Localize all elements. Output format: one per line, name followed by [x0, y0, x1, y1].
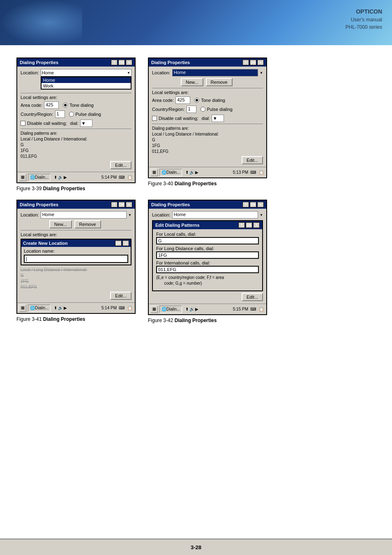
start-btn-41[interactable]: ⊞: [19, 304, 26, 312]
tone-radio-39[interactable]: Tone dialing: [63, 103, 94, 108]
taskbar-copy-40[interactable]: 📋: [258, 169, 265, 176]
tone-radio-40[interactable]: Tone dialing: [194, 98, 225, 103]
location-input-40[interactable]: Home: [172, 69, 258, 76]
start-btn-39[interactable]: ⊞: [19, 174, 26, 181]
help-button-42[interactable]: ?: [242, 202, 249, 207]
taskbar-icon2-39: 🔊: [58, 175, 63, 180]
edp-help-btn-42[interactable]: ?: [238, 222, 245, 228]
close-button-41[interactable]: ×: [126, 202, 132, 207]
main-content: Dialing Properties ? OK × Location: H: [0, 45, 392, 344]
taskbar-time-42: 5:15 PM: [233, 307, 248, 311]
edp-ok-btn-42[interactable]: OK: [246, 222, 252, 228]
brand-name: OPTICON: [346, 7, 382, 16]
area-code-input-39[interactable]: 425: [44, 101, 59, 109]
disable-checkbox-39[interactable]: [21, 121, 25, 126]
option-work-39[interactable]: Work: [42, 83, 131, 89]
edp-close-btn-42[interactable]: ×: [253, 222, 260, 228]
new-remove-row-40: New... Remove: [181, 78, 263, 86]
create-dialog-body-41: Location name: |: [21, 247, 131, 265]
start-btn-42[interactable]: ⊞: [150, 306, 158, 313]
longdist-input-42[interactable]: 1FG: [156, 251, 259, 259]
area-code-input-40[interactable]: 425: [175, 97, 190, 104]
edit-button-42[interactable]: Edit...: [242, 293, 263, 301]
help-button-39[interactable]: ?: [111, 60, 118, 65]
taskbar-time-41: 5:14 PM: [101, 306, 117, 310]
taskbar-dialin-41[interactable]: 🌐 Dialin...: [28, 304, 51, 312]
taskbar-copy-39[interactable]: 📋: [127, 174, 133, 181]
ok-button-41[interactable]: OK: [118, 202, 125, 207]
taskbar-icon1-41: ⬆: [54, 306, 57, 310]
dropdown-arrow2-39: ▼: [81, 121, 86, 126]
local-calls-input-42[interactable]: G: [156, 237, 259, 244]
ok-button-40[interactable]: OK: [250, 60, 256, 65]
disable-label-40: Disable call waiting;: [159, 116, 198, 121]
close-button-40[interactable]: ×: [257, 60, 264, 65]
edit-patterns-dialog-42: Edit Dialing Patterns ? OK × For Local c…: [152, 220, 263, 291]
remove-button-40[interactable]: Remove: [206, 78, 233, 86]
location-dropdown-39[interactable]: Home ▼: [41, 69, 131, 76]
taskbar-dialin-42[interactable]: 🌐 Dialin...: [159, 306, 182, 313]
taskbar-40: ⊞ 🌐 Dialin... ⬆ 🔊 ▶ 5:13 PM ⌨ 📋: [149, 167, 266, 177]
patterns-section-39: Dialing patterns are: Local / Long Dista…: [21, 131, 131, 159]
taskbar-kbd-41[interactable]: ⌨: [118, 305, 125, 311]
edit-button-41[interactable]: Edit...: [110, 292, 131, 300]
taskbar-icons-39: ⬆ 🔊 ▶: [54, 175, 67, 180]
start-btn-40[interactable]: ⊞: [150, 169, 158, 176]
series-line: PHL-7000 series: [346, 23, 382, 31]
dialog-39-titlebar: Dialing Properties ? OK ×: [17, 58, 135, 67]
create-ok-btn-41[interactable]: OK: [115, 240, 122, 246]
taskbar-dialin-39[interactable]: 🌐 Dialin...: [28, 174, 51, 181]
pulse-label-39: Pulse dialing: [76, 112, 101, 117]
create-close-btn-41[interactable]: ×: [122, 240, 129, 246]
location-input-42[interactable]: Home: [172, 211, 258, 219]
country-label-39: Country/Region:: [21, 112, 53, 117]
dropdown-arrow2-40: ▼: [213, 116, 217, 121]
pulse-radio-40[interactable]: Pulse dialing: [201, 107, 233, 112]
location-input-41[interactable]: Home: [41, 211, 127, 219]
local-calls-label-42: For Local calls, dial:: [156, 232, 259, 237]
pulse-radio-39[interactable]: Pulse dialing: [69, 112, 101, 117]
location-label-42: Location:: [152, 212, 171, 217]
taskbar-copy-42[interactable]: 📋: [258, 306, 265, 313]
ok-button-39[interactable]: OK: [118, 60, 125, 65]
taskbar-kbd-40[interactable]: ⌨: [250, 169, 256, 176]
figure-42-container: Dialing Properties ? OK × Location: Home: [148, 200, 267, 323]
taskbar-arrow-41: ▶: [64, 306, 67, 310]
close-button-42[interactable]: ×: [257, 202, 264, 207]
country-input-40[interactable]: 1: [187, 106, 196, 113]
intl-input-42[interactable]: 011,EFG: [156, 266, 259, 273]
location-name-input-41[interactable]: |: [24, 255, 128, 263]
disable-checkbox-40[interactable]: [152, 116, 157, 121]
close-button-39[interactable]: ×: [126, 60, 132, 65]
ok-button-42[interactable]: OK: [250, 202, 256, 207]
edit-button-40[interactable]: Edit...: [242, 156, 263, 164]
country-input-39[interactable]: 1: [55, 111, 65, 118]
taskbar-kbd-39[interactable]: ⌨: [118, 174, 125, 181]
longdist-label-42: For Long Distance calls, dial:: [156, 246, 259, 251]
help-button-40[interactable]: ?: [242, 60, 249, 65]
tone-label-39: Tone dialing: [69, 103, 94, 108]
taskbar-time-39: 5:14 PM: [101, 175, 117, 180]
taskbar-dialin-40[interactable]: 🌐 Dialin...: [159, 169, 182, 176]
location-row-41: Location: Home ▼: [21, 211, 131, 219]
pattern-011efg-39: 011,EFG: [21, 154, 131, 159]
taskbar-kbd-42[interactable]: ⌨: [250, 306, 256, 313]
edit-button-39[interactable]: Edit...: [110, 161, 131, 169]
taskbar-copy-41[interactable]: 📋: [127, 305, 133, 311]
option-home-39[interactable]: Home: [42, 77, 131, 83]
dial-dropdown-39[interactable]: ▼: [80, 120, 92, 127]
caption-39: Figure 3-39 Dialing Properties: [16, 186, 136, 191]
taskbar-dialin-icon-40: 🌐: [161, 170, 166, 175]
help-button-41[interactable]: ?: [111, 202, 118, 207]
new-button-40[interactable]: New...: [181, 78, 203, 86]
dialog-40-titlebar: Dialing Properties ? OK ×: [149, 58, 266, 67]
new-button-41[interactable]: New...: [49, 220, 72, 228]
pattern-011efg-41: 011,EFG: [21, 284, 131, 290]
remove-button-41[interactable]: Remove: [74, 220, 101, 228]
titlebar-buttons-41: ? OK ×: [111, 202, 132, 207]
taskbar-arrow-40: ▶: [195, 170, 198, 175]
dialog-40-body: Location: Home ▼ New... Remove Local: [149, 67, 266, 167]
dial-dropdown-40[interactable]: ▼: [212, 115, 224, 122]
dialog-41-title: Dialing Properties: [20, 202, 58, 207]
pattern-1fg-41: 1FG: [21, 279, 131, 284]
